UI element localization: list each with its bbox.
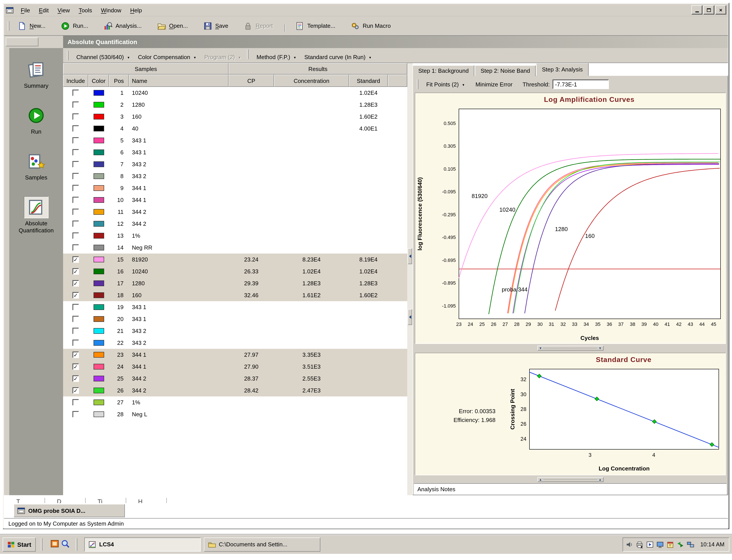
start-button[interactable]: Start: [3, 537, 36, 551]
horizontal-splitter[interactable]: ▲▲: [537, 477, 603, 482]
include-checkbox[interactable]: [72, 113, 79, 120]
include-checkbox[interactable]: [72, 232, 79, 239]
minimize-button[interactable]: [691, 5, 702, 15]
table-row[interactable]: ✓1816032.461.61E21.60E2: [63, 289, 407, 301]
task-button-c-documents-and-settin[interactable]: C:\Documents and Settin...: [204, 537, 320, 551]
menu-help[interactable]: Help: [126, 5, 146, 15]
toolbar-grip[interactable]: [67, 50, 68, 60]
horizontal-splitter[interactable]: ▼▼: [537, 346, 603, 351]
include-checkbox[interactable]: ✓: [72, 292, 79, 299]
table-row[interactable]: ✓161024026.331.02E41.02E4: [63, 265, 407, 277]
include-checkbox[interactable]: [72, 244, 79, 251]
include-checkbox[interactable]: [72, 137, 79, 144]
analysis-button[interactable]: Analysis...: [99, 19, 146, 32]
taskbar-grip[interactable]: [41, 538, 42, 551]
include-checkbox[interactable]: ✓: [72, 268, 79, 275]
include-checkbox[interactable]: [72, 161, 79, 168]
include-checkbox[interactable]: [72, 149, 79, 156]
table-row[interactable]: ✓23344 127.973.35E3: [63, 349, 407, 361]
sidebar-item-summary[interactable]: Summary: [10, 59, 63, 90]
table-row[interactable]: 11344 2: [63, 206, 407, 218]
toolbar-grip[interactable]: [8, 21, 9, 31]
table-row[interactable]: 31601.60E2: [63, 111, 407, 123]
include-checkbox[interactable]: [72, 328, 79, 334]
menu-window[interactable]: Window: [96, 5, 126, 15]
column-header-standard[interactable]: Standard: [349, 75, 388, 87]
menu-edit[interactable]: Edit: [34, 5, 53, 15]
table-row[interactable]: 10344 1: [63, 194, 407, 206]
run-button[interactable]: Run...: [56, 19, 92, 32]
close-button[interactable]: ×: [715, 5, 726, 15]
app-icon[interactable]: [6, 6, 14, 14]
include-checkbox[interactable]: [72, 90, 79, 96]
menu-tools[interactable]: Tools: [74, 5, 97, 15]
table-row[interactable]: 8343 2: [63, 170, 407, 182]
maximize-button[interactable]: [703, 5, 714, 15]
table-row[interactable]: 212801.28E3: [63, 99, 407, 111]
threshold-input[interactable]: [553, 79, 609, 89]
tab-step-1[interactable]: Step 1: Background: [413, 65, 474, 76]
channel-530-640-dropdown[interactable]: Channel (530/640)▼: [72, 52, 134, 62]
run-macro-button[interactable]: Run Macro: [346, 19, 395, 32]
column-header-concentration[interactable]: Concentration: [274, 75, 349, 87]
include-checkbox[interactable]: ✓: [72, 387, 79, 394]
minimize-error-button[interactable]: Minimize Error: [472, 80, 517, 89]
table-row[interactable]: 28Neg L: [63, 408, 407, 420]
include-checkbox[interactable]: [72, 399, 79, 406]
table-row[interactable]: ✓17128029.391.28E31.28E3: [63, 277, 407, 289]
include-checkbox[interactable]: [72, 316, 79, 322]
sidebar-item-absolute-quantification[interactable]: Absolute Quantification: [10, 196, 63, 234]
table-row[interactable]: 9344 1: [63, 182, 407, 194]
table-row[interactable]: 5343 1: [63, 134, 407, 146]
table-row[interactable]: 19343 1: [63, 301, 407, 313]
include-checkbox[interactable]: [72, 220, 79, 227]
table-row[interactable]: 131%: [63, 230, 407, 242]
table-row[interactable]: 7343 2: [63, 158, 407, 170]
task-button-lcs4[interactable]: LCS4: [84, 537, 201, 551]
save-button[interactable]: Save: [199, 19, 232, 32]
table-row[interactable]: ✓26344 228.422.47E3: [63, 385, 407, 396]
include-checkbox[interactable]: ✓: [72, 351, 79, 358]
table-row[interactable]: 1102401.02E4: [63, 87, 407, 99]
quick-launch-app-icon[interactable]: [49, 542, 60, 550]
tab-step-2[interactable]: Step 2: Noise Band: [475, 65, 536, 76]
include-checkbox[interactable]: [72, 411, 79, 418]
sidebar-item-samples[interactable]: Samples: [10, 150, 63, 181]
include-checkbox[interactable]: [72, 304, 79, 310]
open-button[interactable]: Open...: [153, 19, 192, 32]
sidebar-item-run[interactable]: Run: [10, 105, 63, 135]
include-checkbox[interactable]: [72, 185, 79, 191]
column-header-pos[interactable]: Pos: [109, 75, 129, 87]
analysis-notes-bar[interactable]: Analysis Notes: [414, 483, 727, 495]
table-row[interactable]: 21343 2: [63, 325, 407, 337]
table-row[interactable]: ✓158192023.248.23E48.19E4: [63, 254, 407, 265]
quick-launch-search-icon[interactable]: [60, 542, 71, 550]
taskbar-grip[interactable]: [76, 538, 77, 551]
include-checkbox[interactable]: [72, 173, 79, 179]
new-button[interactable]: New...: [13, 19, 50, 32]
table-row[interactable]: ✓24344 127.903.51E3: [63, 361, 407, 373]
splitter-collapse-button[interactable]: [408, 309, 412, 325]
method-f-p-dropdown[interactable]: Method (F.P.)▼: [252, 52, 300, 62]
include-checkbox[interactable]: [72, 101, 79, 108]
table-row[interactable]: 20343 1: [63, 313, 407, 325]
include-checkbox[interactable]: [72, 197, 79, 203]
column-header-cp[interactable]: CP: [228, 75, 274, 87]
color-compensation-dropdown[interactable]: Color Compensation▼: [134, 52, 200, 62]
toolbar-grip[interactable]: [247, 49, 249, 59]
menu-file[interactable]: File: [16, 5, 34, 15]
minimized-window-titlebar[interactable]: OMG probe SOIA D...: [14, 504, 125, 517]
splitter-collapse-button[interactable]: [408, 248, 412, 264]
column-header-name[interactable]: Name: [129, 75, 228, 87]
include-checkbox[interactable]: ✓: [72, 375, 79, 382]
vertical-splitter[interactable]: [407, 63, 413, 495]
tab-step-3[interactable]: Step 3: Analysis: [536, 63, 588, 76]
table-row[interactable]: ✓25344 228.372.55E3: [63, 373, 407, 385]
include-checkbox[interactable]: [72, 125, 79, 132]
table-row[interactable]: 12344 2: [63, 218, 407, 230]
include-checkbox[interactable]: [72, 209, 79, 215]
include-checkbox[interactable]: ✓: [72, 280, 79, 287]
menu-view[interactable]: View: [53, 5, 74, 15]
fit-points-dropdown[interactable]: Fit Points (2) ▼: [422, 80, 469, 89]
standard-curve-in-run-dropdown[interactable]: Standard curve (In Run)▼: [300, 52, 376, 62]
